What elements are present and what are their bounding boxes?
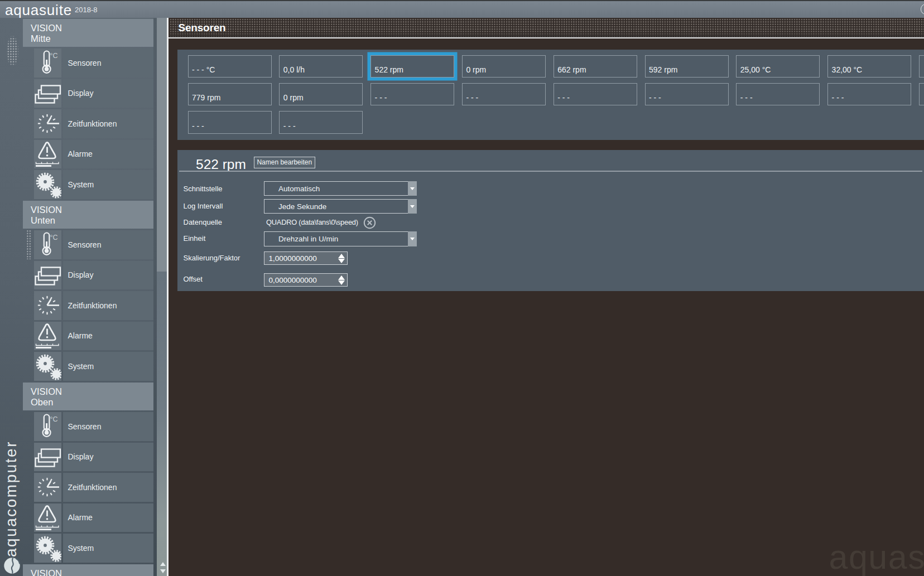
svg-text:°C: °C [50, 415, 58, 423]
svg-text:°C: °C [50, 234, 58, 241]
svg-text:°C: °C [50, 52, 58, 60]
